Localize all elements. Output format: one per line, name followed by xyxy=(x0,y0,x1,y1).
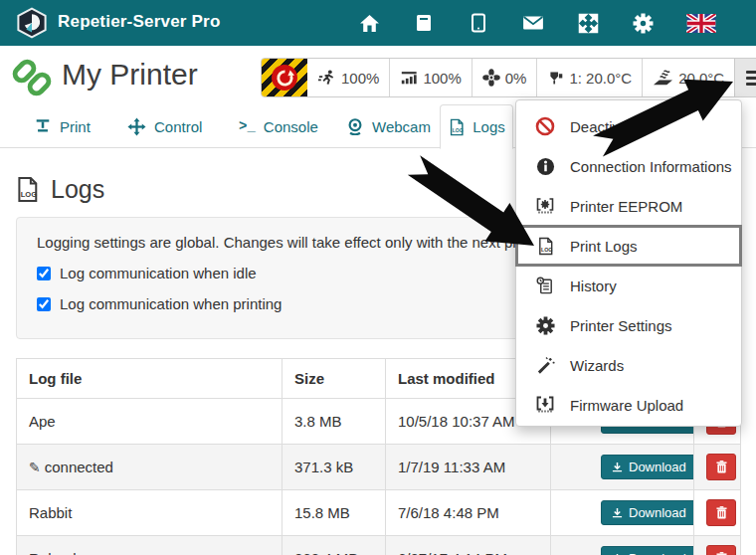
log-modified: 6/27/17 4:14 PM xyxy=(386,536,551,555)
log-size: 3.8 MB xyxy=(283,399,386,445)
log-size: 371.3 kB xyxy=(283,445,386,490)
gear-icon[interactable] xyxy=(632,12,654,34)
printer-name: My Printer xyxy=(62,58,198,92)
log-name: ✎connected xyxy=(17,445,283,490)
svg-text:LOG: LOG xyxy=(21,190,37,199)
log-name: Rabbit xyxy=(17,490,283,536)
log-when-printing-label: Log communication when printing xyxy=(60,295,282,312)
control-arrows-icon xyxy=(127,117,146,136)
log-name: Ape xyxy=(17,399,283,445)
menu-item-printer-settings[interactable]: Printer Settings xyxy=(516,305,741,345)
download-button[interactable]: Download xyxy=(601,500,694,525)
download-button[interactable]: Download xyxy=(601,455,694,479)
print-icon xyxy=(34,117,52,135)
trash-icon xyxy=(716,506,727,519)
app-title[interactable]: Repetier-Server Pro xyxy=(58,12,220,32)
svg-text:LOG: LOG xyxy=(453,126,464,132)
tab-control[interactable]: Control xyxy=(127,104,202,148)
table-row: ✎connected 371.3 kB 1/7/19 11:33 AM Down… xyxy=(17,445,741,490)
extruder-temperature[interactable]: 1: 20.0°C xyxy=(536,59,642,96)
log-file-icon: LOG xyxy=(448,118,466,136)
speed-multiplier[interactable]: 100% xyxy=(307,59,389,96)
printer-status-toolbar: 100% 100% 0% 1: xyxy=(261,58,756,97)
tab-webcam[interactable]: Webcam xyxy=(346,104,431,148)
heated-bed-icon xyxy=(653,69,673,88)
tablet-icon[interactable] xyxy=(468,12,489,34)
log-name: Roland xyxy=(17,536,283,555)
tab-logs[interactable]: LOG Logs xyxy=(440,104,513,149)
info-icon xyxy=(536,157,555,176)
wand-icon xyxy=(536,356,555,375)
flow-multiplier[interactable]: 100% xyxy=(389,59,471,96)
language-flag-uk-icon[interactable] xyxy=(686,12,716,34)
log-modified: 7/6/18 4:48 PM xyxy=(386,490,551,536)
log-size: 15.8 MB xyxy=(283,490,386,536)
eeprom-chip-icon xyxy=(535,196,555,216)
webcam-icon xyxy=(346,117,364,135)
log-modified: 1/7/19 11:33 AM xyxy=(386,445,551,490)
menu-item-deactivate[interactable]: Deactivate xyxy=(516,106,741,146)
download-button[interactable]: Download xyxy=(601,546,694,555)
trash-icon xyxy=(716,461,727,473)
menu-item-history[interactable]: History xyxy=(516,266,741,305)
fullscreen-icon[interactable] xyxy=(577,12,599,34)
fan-speed[interactable]: 0% xyxy=(472,59,537,96)
home-icon[interactable] xyxy=(358,12,380,34)
printer-link-chain-icon xyxy=(12,58,52,97)
log-file-icon: LOG xyxy=(536,237,555,256)
menu-item-connection-informations[interactable]: Connection Informations xyxy=(516,146,741,186)
mail-icon[interactable] xyxy=(522,12,544,34)
svg-text:LOG: LOG xyxy=(540,246,552,252)
download-icon xyxy=(612,507,623,518)
printer-menu-dropdown: Deactivate Connection Informations Print… xyxy=(515,99,742,427)
table-row: Rabbit 15.8 MB 7/6/18 4:48 PM Download xyxy=(17,490,741,536)
hamburger-icon xyxy=(746,71,756,86)
col-header-logfile: Log file xyxy=(17,359,283,399)
bed-temperature[interactable]: 20.0°C xyxy=(642,59,734,96)
menu-item-print-logs[interactable]: LOG Print Logs xyxy=(516,226,741,266)
flow-bars-icon xyxy=(400,69,418,87)
extruder-icon xyxy=(547,70,564,87)
runner-icon xyxy=(317,69,336,88)
menu-item-wizards[interactable]: Wizards xyxy=(516,345,741,385)
history-icon xyxy=(536,277,555,295)
tab-print[interactable]: Print xyxy=(34,104,91,148)
log-size: 268.4 MB xyxy=(283,536,386,555)
printer-icon[interactable] xyxy=(413,12,435,34)
log-when-idle-checkbox[interactable] xyxy=(37,267,51,280)
repetier-logo-icon[interactable] xyxy=(16,7,48,39)
delete-button[interactable] xyxy=(706,499,736,526)
log-when-printing-checkbox[interactable] xyxy=(37,297,51,311)
edit-pencil-icon[interactable]: ✎ xyxy=(29,460,41,475)
gear-icon xyxy=(536,316,555,335)
col-header-size: Size xyxy=(283,359,386,399)
log-when-idle-label: Log communication when idle xyxy=(60,265,257,281)
console-icon: >_ xyxy=(239,118,256,134)
page-heading: LOG Logs xyxy=(14,175,104,204)
deactivate-icon xyxy=(535,116,555,136)
top-nav-bar: Repetier-Server Pro xyxy=(0,0,756,46)
delete-button[interactable] xyxy=(706,454,736,480)
menu-item-firmware-upload[interactable]: Firmware Upload xyxy=(516,385,741,425)
log-file-icon: LOG xyxy=(14,176,41,203)
emergency-stop-button[interactable] xyxy=(262,59,307,96)
printer-menu-button[interactable] xyxy=(734,59,756,96)
menu-item-printer-eeprom[interactable]: Printer EEPROM xyxy=(516,186,741,226)
page-title: Logs xyxy=(51,175,104,204)
download-icon xyxy=(612,462,623,472)
delete-button[interactable] xyxy=(706,545,736,555)
tab-console[interactable]: >_ Console xyxy=(239,104,318,148)
reset-arrow-icon xyxy=(272,65,297,91)
firmware-upload-icon xyxy=(535,395,555,415)
table-row: Roland 268.4 MB 6/27/17 4:14 PM Download xyxy=(17,536,741,555)
fan-icon xyxy=(482,69,500,87)
